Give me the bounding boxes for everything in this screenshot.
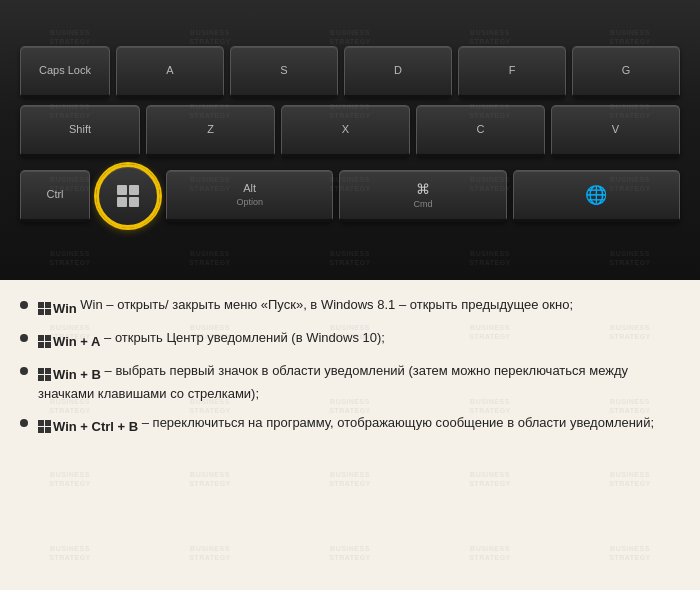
win-icon-inline-1 xyxy=(38,302,51,315)
bullet-item-3: Win + B – выбрать первый значок в област… xyxy=(20,362,680,404)
key-row-1: Caps Lock A S D F G xyxy=(20,46,680,98)
bullet-item-1: Win Win – открыть/ закрыть меню «Пуск», … xyxy=(20,296,680,319)
cmd-key: ⌘ Cmd xyxy=(339,170,506,222)
keyboard-bg: Caps Lock A S D F G xyxy=(0,0,700,280)
text-section: Win Win – открыть/ закрыть меню «Пуск», … xyxy=(0,280,700,590)
windows-key xyxy=(96,164,160,228)
key-v: V xyxy=(551,105,680,157)
shift-key: Shift xyxy=(20,105,140,157)
alt-option-key: Alt Option xyxy=(166,170,333,222)
bullet-dot-4 xyxy=(20,419,28,427)
keyboard-section: Caps Lock A S D F G xyxy=(0,0,700,280)
windows-icon xyxy=(117,185,139,207)
key-c: C xyxy=(416,105,545,157)
keyboard-rows: Caps Lock A S D F G xyxy=(20,46,680,235)
key-row-2: Shift Z X C V xyxy=(20,105,680,157)
key-f: F xyxy=(458,46,566,98)
bullet-dot-3 xyxy=(20,367,28,375)
key-a: A xyxy=(116,46,224,98)
bullet-text-1: Win Win – открыть/ закрыть меню «Пуск», … xyxy=(38,296,680,319)
key-row-3: Ctrl Alt Option xyxy=(20,164,680,228)
key-d: D xyxy=(344,46,452,98)
bullet-item-2: Win + A – открыть Центр уведомлений (в W… xyxy=(20,329,680,352)
key-z: Z xyxy=(146,105,275,157)
bullet-text-2: Win + A – открыть Центр уведомлений (в W… xyxy=(38,329,680,352)
key-x: X xyxy=(281,105,410,157)
key-s: S xyxy=(230,46,338,98)
key-g: G xyxy=(572,46,680,98)
bullet-text-4: Win + Ctrl + B – переключиться на програ… xyxy=(38,414,680,437)
bullet-item-4: Win + Ctrl + B – переключиться на програ… xyxy=(20,414,680,437)
bullet-text-3: Win + B – выбрать первый значок в област… xyxy=(38,362,680,404)
win-icon-inline-4 xyxy=(38,420,51,433)
win-icon-inline-2 xyxy=(38,335,51,348)
page-wrapper: BUSINESSSTRATEGY BUSINESSSTRATEGY BUSINE… xyxy=(0,0,700,590)
ctrl-key: Ctrl xyxy=(20,170,90,222)
win-icon-inline-3 xyxy=(38,368,51,381)
bullet-dot-1 xyxy=(20,301,28,309)
globe-key: 🌐 xyxy=(513,170,680,222)
caps-lock-key: Caps Lock xyxy=(20,46,110,98)
bullet-dot-2 xyxy=(20,334,28,342)
